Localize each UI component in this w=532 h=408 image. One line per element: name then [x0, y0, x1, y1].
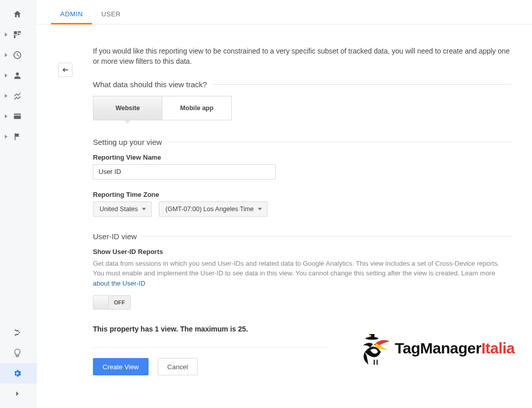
label-show-userid: Show User-ID Reports — [93, 248, 512, 256]
nav-acquisition[interactable] — [0, 86, 37, 106]
nav-realtime[interactable] — [0, 45, 37, 65]
dashboard-icon — [11, 29, 23, 41]
nav-admin[interactable] — [0, 363, 37, 384]
create-view-button[interactable]: Create View — [93, 358, 149, 375]
svg-rect-1 — [370, 334, 375, 338]
brand-text-main: TagManager — [395, 340, 481, 356]
label-time-zone: Reporting Time Zone — [93, 191, 512, 198]
caret-right-icon — [4, 53, 8, 57]
chevron-right-icon — [11, 388, 23, 400]
platform-segmented: Website Mobile app — [93, 96, 512, 120]
section-title-setup: Setting up your view — [93, 138, 512, 146]
home-icon — [11, 8, 23, 20]
flag-icon — [11, 131, 23, 143]
caret-right-icon — [4, 114, 8, 118]
caret-right-icon — [4, 94, 8, 98]
lightbulb-icon — [11, 347, 23, 359]
platform-website[interactable]: Website — [93, 96, 162, 120]
behavior-icon — [11, 110, 23, 122]
nav-audience[interactable] — [0, 65, 37, 86]
caret-right-icon — [4, 135, 8, 139]
svg-point-0 — [366, 337, 378, 340]
svg-point-2 — [369, 335, 371, 337]
clock-icon — [11, 49, 23, 61]
tab-admin[interactable]: ADMIN — [51, 10, 92, 24]
divider — [93, 347, 328, 348]
cancel-button[interactable]: Cancel — [158, 358, 198, 375]
nav-conversions[interactable] — [0, 126, 37, 147]
property-view-count: This property has 1 view. The maximum is… — [93, 325, 512, 333]
label-view-name: Reporting View Name — [93, 154, 512, 161]
link-about-userid[interactable]: about the User-ID — [93, 279, 146, 287]
toggle-state-label: OFF — [109, 296, 130, 309]
platform-mobile[interactable]: Mobile app — [162, 96, 232, 120]
intro-text: If you would like this reporting view to… — [93, 46, 512, 67]
back-arrow-icon — [61, 66, 69, 74]
dropdown-tz-offset[interactable]: (GMT-07:00) Los Angeles Time — [159, 201, 268, 217]
nav-attribution[interactable] — [0, 322, 37, 343]
back-button[interactable] — [58, 63, 72, 77]
toggle-userid[interactable]: OFF — [93, 295, 131, 310]
nav-collapse[interactable] — [0, 384, 37, 404]
left-nav-rail — [0, 0, 37, 408]
userid-description-text: Get data from sessions in which you send… — [93, 260, 499, 277]
caret-right-icon — [4, 73, 8, 78]
toggle-knob — [93, 296, 109, 309]
brand-text-accent: Italia — [481, 340, 515, 356]
nav-behavior[interactable] — [0, 106, 37, 126]
section-title-userid: User-ID view — [93, 232, 512, 241]
dropdown-tz-country[interactable]: United States — [93, 201, 152, 217]
main-panel: If you would like this reporting view to… — [37, 0, 532, 408]
attribution-icon — [11, 326, 23, 339]
section-title-track: What data should this view track? — [93, 80, 512, 89]
top-tab-bar: ADMIN USER — [37, 0, 532, 24]
caret-right-icon — [4, 33, 8, 37]
input-view-name[interactable] — [93, 164, 276, 180]
nav-home[interactable] — [0, 4, 37, 24]
nav-discover[interactable] — [0, 343, 37, 363]
person-icon — [11, 69, 23, 82]
userid-description: Get data from sessions in which you send… — [93, 259, 512, 289]
gear-icon — [11, 367, 23, 379]
tab-user[interactable]: USER — [92, 10, 130, 24]
acquisition-icon — [11, 90, 23, 102]
nav-customization[interactable] — [0, 24, 37, 45]
form-actions: Create View Cancel — [93, 358, 512, 375]
